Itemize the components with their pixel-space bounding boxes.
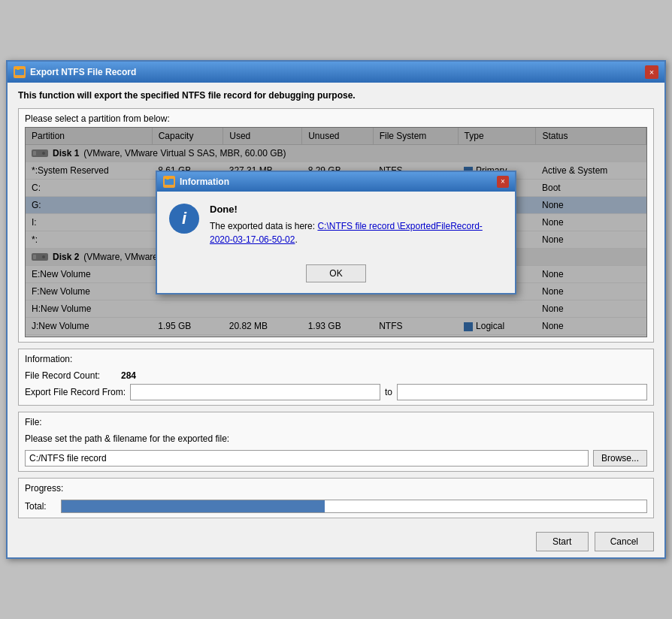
- export-from-row: Export File Record From: to: [25, 384, 647, 400]
- file-record-row: File Record Count: 284: [25, 370, 647, 381]
- export-from-input[interactable]: [130, 384, 380, 400]
- modal-title: Information: [180, 177, 229, 187]
- window-title: Export NTFS File Record: [30, 67, 136, 77]
- svg-rect-9: [166, 177, 169, 180]
- modal-title-left: Information: [163, 176, 229, 188]
- bottom-buttons: Start Cancel: [8, 526, 664, 557]
- modal-body: i Done! The exported data is here: C:\NT…: [157, 192, 515, 258]
- title-bar: Export NTFS File Record ×: [8, 62, 664, 83]
- modal-overlay: Information × i Done! The exported data …: [25, 127, 647, 337]
- modal-message-suffix: .: [295, 234, 297, 245]
- ok-button[interactable]: OK: [306, 264, 365, 282]
- export-to-input[interactable]: [397, 384, 647, 400]
- modal-done-text: Done!: [210, 204, 503, 215]
- progress-section: Progress: Total:: [18, 478, 654, 518]
- information-dialog: Information × i Done! The exported data …: [156, 171, 516, 294]
- file-path-input[interactable]: [25, 450, 589, 467]
- modal-message: The exported data is here: C:\NTFS file …: [210, 219, 503, 246]
- svg-rect-8: [165, 179, 174, 185]
- main-window: Export NTFS File Record × This function …: [6, 60, 666, 559]
- progress-bar-container: [61, 500, 647, 513]
- file-label: File:: [25, 417, 647, 427]
- progress-label: Progress:: [25, 483, 647, 494]
- file-record-label: File Record Count:: [25, 370, 115, 381]
- export-from-label: Export File Record From:: [25, 387, 126, 397]
- browse-button[interactable]: Browse...: [593, 450, 647, 467]
- description-text: This function will export the specified …: [18, 90, 654, 101]
- progress-row: Total:: [25, 500, 647, 513]
- modal-footer: OK: [157, 258, 515, 293]
- modal-close-button[interactable]: ×: [497, 176, 509, 188]
- app-icon: [14, 66, 26, 78]
- total-label: Total:: [25, 501, 55, 512]
- partition-label: Please select a partition from below:: [25, 113, 647, 124]
- info-icon: i: [169, 204, 199, 234]
- cancel-button[interactable]: Cancel: [595, 532, 654, 551]
- modal-title-bar: Information ×: [157, 172, 515, 192]
- to-label: to: [385, 387, 392, 397]
- file-section: File: Please set the path & filename for…: [18, 412, 654, 472]
- table-container-wrapper: Partition Capacity Used Unused File Syst…: [25, 127, 647, 337]
- file-record-value: 284: [121, 370, 136, 381]
- window-body: This function will export the specified …: [8, 83, 664, 526]
- modal-app-icon: [163, 176, 175, 188]
- information-label: Information:: [25, 354, 647, 364]
- progress-bar-fill: [62, 500, 325, 512]
- svg-rect-1: [17, 68, 20, 70]
- start-button[interactable]: Start: [536, 532, 589, 551]
- information-section: Information: File Record Count: 284 Expo…: [18, 349, 654, 406]
- partition-group: Please select a partition from below: Pa…: [18, 108, 654, 343]
- svg-rect-0: [15, 69, 24, 75]
- modal-content: Done! The exported data is here: C:\NTFS…: [210, 204, 503, 246]
- file-path-label: Please set the path & filename for the e…: [25, 433, 647, 444]
- modal-message-prefix: The exported data is here:: [210, 221, 317, 231]
- title-bar-left: Export NTFS File Record: [14, 66, 136, 78]
- file-path-row: Browse...: [25, 450, 647, 467]
- close-button[interactable]: ×: [645, 65, 658, 79]
